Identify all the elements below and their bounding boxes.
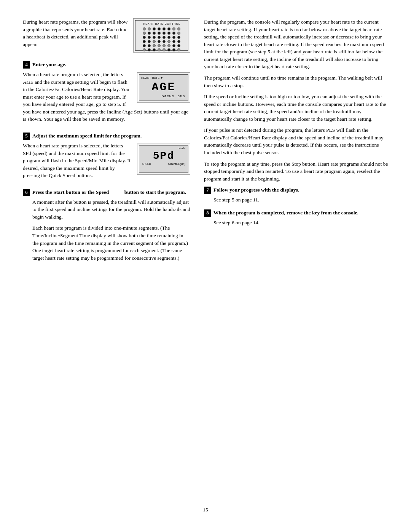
dot [167, 27, 170, 30]
dot [153, 36, 156, 39]
dot [143, 27, 146, 30]
right-para1: During the program, the console will reg… [204, 18, 388, 70]
age-bottom-labels: FAT CALS. CALS. [141, 94, 186, 98]
age-display-panel: HEART RATE ♥ AGE FAT CALS. CALS. [137, 72, 190, 103]
dot [148, 48, 151, 51]
step4-number: 4 [23, 61, 30, 69]
age-digit-display: AGE [151, 81, 175, 94]
dot [167, 32, 170, 35]
right-column: During the program, the console will reg… [204, 18, 388, 498]
right-para4: If your pulse is not detected during the… [204, 126, 388, 156]
dot [162, 44, 166, 47]
step7-number: 7 [204, 187, 211, 194]
dot [148, 40, 151, 43]
step6-content: A moment after the button is pressed, th… [32, 198, 190, 262]
step5-header: 5 Adjust the maximum speed limit for the… [23, 132, 190, 140]
intro-section: HEART RATE CONTROL [23, 18, 190, 56]
step4-section: 4 Enter your age. HEART RATE ♥ AGE [23, 61, 190, 127]
step6-title: Press the Start button or the Speed butt… [32, 189, 186, 196]
speed-display-panel: Km/H 5Pd SPEED MIN/MILE(km) [137, 144, 190, 175]
dot [143, 40, 146, 43]
dot [172, 32, 175, 35]
speed-bottom-labels: SPEED MIN/MILE(km) [141, 162, 186, 166]
dot [158, 44, 161, 47]
heart-icon: ♥ [161, 76, 163, 80]
cals-label: CALS. [178, 94, 185, 98]
speed-digits: 5Pd [141, 150, 186, 162]
step8-title: When the program is completed, remove th… [213, 209, 358, 217]
step6-para2: Each heart rate program is divided into … [32, 224, 190, 262]
step6-section: 6 Press the Start button or the Speed bu… [23, 189, 190, 262]
dot [162, 32, 166, 35]
page-number: 15 [23, 506, 388, 514]
step8-header: 8 When the program is completed, remove … [204, 209, 388, 217]
dot [167, 36, 170, 39]
left-column: HEART RATE CONTROL [23, 18, 190, 498]
dot [162, 36, 166, 39]
step5-title: Adjust the maximum speed limit for the p… [32, 132, 142, 140]
fat-cals-label: FAT CALS. [161, 94, 174, 98]
dot [162, 27, 166, 30]
step7-content: See step 5 on page 11. [213, 196, 388, 204]
dot [177, 32, 180, 35]
step6-number: 6 [23, 189, 30, 196]
heartrate-control-panel: HEART RATE CONTROL [133, 18, 190, 53]
dot [148, 36, 151, 39]
dot [158, 40, 161, 43]
step7-para1: See step 5 on page 11. [213, 196, 388, 204]
dot [167, 44, 170, 47]
right-para5: To stop the program at any time, press t… [204, 160, 388, 183]
min-mile-label: MIN/MILE(km) [168, 162, 185, 166]
dot [162, 48, 166, 51]
dot [158, 32, 161, 35]
dots-grid [143, 27, 181, 51]
step4-title: Enter your age. [32, 61, 66, 69]
page: HEART RATE CONTROL [0, 0, 411, 532]
dot [177, 36, 180, 39]
step8-para1: See step 6 on page 14. [213, 219, 388, 227]
dot [153, 44, 156, 47]
dot [172, 48, 175, 51]
step6-para1: A moment after the button is pressed, th… [32, 198, 190, 221]
step7-section: 7 Follow your progress with the displays… [204, 186, 388, 204]
step6-header: 6 Press the Start button or the Speed bu… [23, 189, 190, 196]
dot [158, 27, 161, 30]
dot [177, 40, 180, 43]
dot [177, 48, 180, 51]
dot [172, 44, 175, 47]
dot [143, 44, 146, 47]
step8-section: 8 When the program is completed, remove … [204, 209, 388, 227]
dot [153, 27, 156, 30]
step5-content: Km/H 5Pd SPEED MIN/MILE(km) When a heart… [23, 142, 190, 183]
dot [172, 27, 175, 30]
dot [153, 40, 156, 43]
dot [148, 44, 151, 47]
step4-content: HEART RATE ♥ AGE FAT CALS. CALS. [23, 71, 190, 127]
dot [148, 32, 151, 35]
dot [148, 27, 151, 30]
step5-section: 5 Adjust the maximum speed limit for the… [23, 132, 190, 183]
step4-header: 4 Enter your age. [23, 61, 190, 69]
dot [167, 48, 170, 51]
age-display-label: HEART RATE ♥ [141, 76, 186, 80]
dot [172, 36, 175, 39]
step7-title: Follow your progress with the displays. [213, 186, 299, 194]
right-para3: If the speed or incline setting is too h… [204, 93, 388, 123]
dot [143, 36, 146, 39]
step5-number: 5 [23, 133, 30, 140]
step7-header: 7 Follow your progress with the displays… [204, 186, 388, 194]
step8-content: See step 6 on page 14. [213, 219, 388, 227]
step8-number: 8 [204, 209, 211, 217]
dot [167, 40, 170, 43]
dot [153, 32, 156, 35]
dot [153, 48, 156, 51]
dot [143, 32, 146, 35]
age-digits: AGE [141, 81, 186, 94]
panel-top-label: HEART RATE CONTROL [143, 22, 180, 26]
hr-label-text: HEART RATE [141, 76, 160, 80]
dot [172, 40, 175, 43]
dot [177, 44, 180, 47]
speed-label: SPEED [142, 162, 151, 166]
dot [143, 48, 146, 51]
dot [158, 48, 161, 51]
